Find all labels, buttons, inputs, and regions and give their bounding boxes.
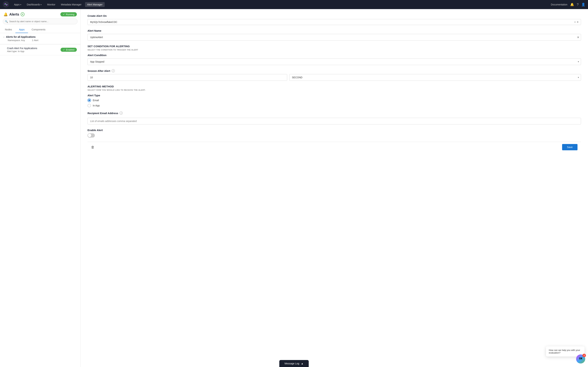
running-badge: ✓ Running xyxy=(60,12,77,17)
recipient-email-section: Recipient Email Address i xyxy=(87,111,581,125)
alert-name-section: Alert Name ✕ xyxy=(87,29,581,41)
create-alert-on-select-wrap: MySQLToSnowflakeCDC ▾ ✕ xyxy=(87,19,581,25)
bell-icon: 🔔 xyxy=(3,12,8,17)
create-alert-on-select[interactable]: MySQLToSnowflakeCDC ▾ ✕ xyxy=(87,19,581,25)
radio-email-circle xyxy=(87,99,91,102)
create-alert-on-section: Create Alert On MySQLToSnowflakeCDC ▾ ✕ xyxy=(87,14,581,25)
set-condition-subheading: SELECT THE CONDITION TO TRIGGER THE ALER… xyxy=(87,49,581,51)
alert-name-input-wrap: ✕ xyxy=(87,34,581,41)
svg-text:🗺: 🗺 xyxy=(579,357,582,360)
chat-message: How can we help you with your evaluation… xyxy=(549,349,580,354)
message-log-label: Message Log xyxy=(285,362,299,365)
delete-button[interactable]: 🗑 xyxy=(91,145,95,149)
recipient-email-input[interactable] xyxy=(87,118,581,125)
enable-alert-toggle-wrap xyxy=(87,133,581,138)
recipient-email-label: Recipient Email Address xyxy=(87,112,118,115)
radio-in-app-label: In App xyxy=(93,104,100,107)
tab-nodes[interactable]: Nodes xyxy=(1,26,15,33)
nav-metadata-manager[interactable]: Metadata Manager xyxy=(59,2,84,7)
svg-point-1 xyxy=(5,4,7,5)
alert-condition-select-wrap: App Stopped App Started App Failed App R… xyxy=(87,58,581,65)
snooze-unit-select[interactable]: SECOND MINUTE HOUR xyxy=(289,74,581,81)
search-icon: 🔍 xyxy=(5,20,8,23)
alerting-method-subheading: SELECT HOW YOU WOULD LIKE TO RECEIVE THE… xyxy=(87,89,581,91)
alert-name-input[interactable] xyxy=(87,34,581,41)
sidebar-title-row: 🔔 Alerts + xyxy=(3,12,25,17)
recipient-email-info-icon[interactable]: i xyxy=(120,111,123,115)
select-chevron-icon: ▾ xyxy=(575,21,576,23)
snooze-section: Snooze After Alert i SECOND MINUTE HOUR … xyxy=(87,69,581,81)
nav-dashboards[interactable]: Dashboards ▾ xyxy=(25,2,44,7)
documentation-link[interactable]: Documentation xyxy=(551,3,567,6)
search-box: 🔍 xyxy=(3,18,78,24)
enable-alert-toggle[interactable] xyxy=(87,133,95,138)
alert-group-title: Alerts for all Applications xyxy=(6,35,35,38)
enable-alert-section: Enable Alert xyxy=(87,129,581,138)
enabled-badge: ✓ Enabled xyxy=(61,48,77,52)
snooze-label: Snooze After Alert xyxy=(87,69,110,72)
sidebar-title: Alerts xyxy=(9,12,19,17)
radio-email-label: Email xyxy=(93,99,99,102)
check-icon: ✓ xyxy=(63,13,65,16)
right-panel: Create Alert On MySQLToSnowflakeCDC ▾ ✕ … xyxy=(80,9,588,367)
nav-monitor[interactable]: Monitor xyxy=(45,2,57,7)
alert-item-info: Crash Alert For Applications Alert type:… xyxy=(7,47,37,53)
user-icon[interactable]: 👤 xyxy=(581,3,585,7)
snooze-label-row: Snooze After Alert i xyxy=(87,69,581,72)
alert-type-label: Alert Type xyxy=(87,94,581,97)
save-button[interactable]: Save xyxy=(562,144,578,150)
alert-name-label: Alert Name xyxy=(87,29,581,32)
alert-condition-select[interactable]: App Stopped App Started App Failed App R… xyxy=(87,58,581,65)
snooze-unit-wrap: SECOND MINUTE HOUR ▾ xyxy=(289,74,581,81)
clear-alert-name-button[interactable]: ✕ xyxy=(577,36,579,39)
group-chevron-icon: › xyxy=(3,36,4,38)
main-layout: 🔔 Alerts + ✓ Running 🔍 Nodes Apps Compon… xyxy=(0,9,588,367)
snooze-row: SECOND MINUTE HOUR ▾ xyxy=(87,74,581,81)
alert-type-radio-group: Email In App xyxy=(87,99,581,107)
list-item[interactable]: Crash Alert For Applications Alert type:… xyxy=(0,44,80,55)
alert-group-all-apps: › Alerts for all Applications Namespace:… xyxy=(0,33,80,44)
chat-avatar-button[interactable]: 🗺 2 xyxy=(576,354,585,364)
clear-create-alert-on-button[interactable]: ✕ xyxy=(577,21,579,23)
recipient-label-row: Recipient Email Address i xyxy=(87,111,581,115)
check-icon: ✓ xyxy=(63,48,65,51)
alert-item-type: Alert type: In App xyxy=(7,50,37,53)
snooze-info-icon[interactable]: i xyxy=(112,69,115,72)
alert-group-meta: Namespace: Any 1 Alert xyxy=(3,39,77,42)
app-logo[interactable] xyxy=(3,1,9,8)
dashboards-dropdown-icon: ▾ xyxy=(41,4,42,6)
notifications-icon[interactable]: 🔔 xyxy=(570,3,574,7)
radio-in-app[interactable]: In App xyxy=(87,104,581,107)
message-log-bar[interactable]: Message Log ▲ xyxy=(279,360,309,367)
tabs-row: Nodes Apps Components xyxy=(0,26,80,33)
tab-components[interactable]: Components xyxy=(28,26,49,33)
alerting-method-section: ALERTING METHOD SELECT HOW YOU WOULD LIK… xyxy=(87,85,581,107)
search-input[interactable] xyxy=(3,18,78,24)
alerting-method-heading: ALERTING METHOD xyxy=(87,85,581,88)
message-log-chevron-icon: ▲ xyxy=(301,362,303,365)
set-condition-section: SET CONDITION FOR ALERTING SELECT THE CO… xyxy=(87,45,581,65)
radio-email[interactable]: Email xyxy=(87,99,581,102)
nav-alert-manager[interactable]: Alert Manager xyxy=(85,2,105,7)
topnav: Apps ▾ Dashboards ▾ Monitor Metadata Man… xyxy=(0,0,588,9)
snooze-value-input[interactable] xyxy=(87,74,287,81)
create-alert-on-label: Create Alert On xyxy=(87,14,581,17)
radio-in-app-circle xyxy=(87,104,91,107)
add-alert-button[interactable]: + xyxy=(21,12,25,16)
sidebar-header: 🔔 Alerts + ✓ Running xyxy=(0,9,80,18)
tab-apps[interactable]: Apps xyxy=(15,26,28,33)
alert-item-name: Crash Alert For Applications xyxy=(7,47,37,50)
chat-badge: 2 xyxy=(582,354,586,357)
bottom-bar: 🗑 Save xyxy=(87,142,581,152)
nav-apps[interactable]: Apps ▾ xyxy=(12,2,23,7)
sidebar: 🔔 Alerts + ✓ Running 🔍 Nodes Apps Compon… xyxy=(0,9,80,367)
apps-dropdown-icon: ▾ xyxy=(20,4,21,6)
enable-alert-label: Enable Alert xyxy=(87,129,581,132)
set-condition-heading: SET CONDITION FOR ALERTING xyxy=(87,45,581,48)
alert-condition-label: Alert Condition xyxy=(87,54,581,57)
alert-group-header[interactable]: › Alerts for all Applications xyxy=(3,35,77,38)
help-icon[interactable]: ? xyxy=(577,3,579,7)
